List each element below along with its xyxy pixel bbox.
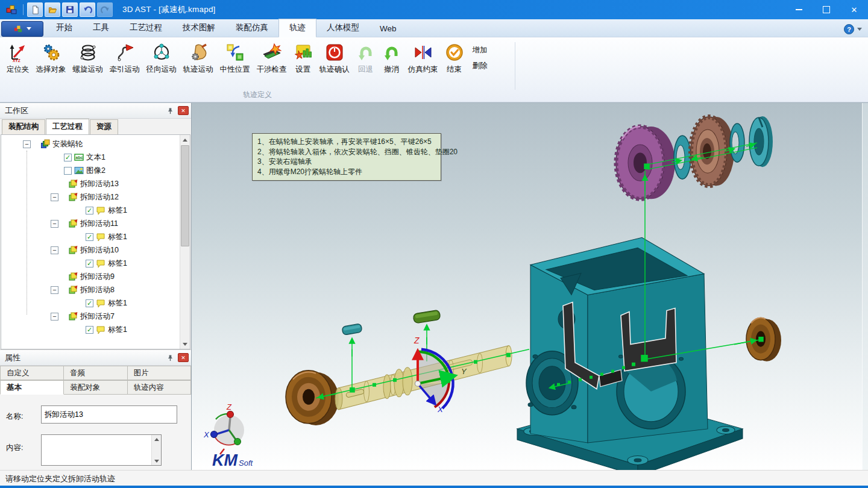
tree-checkbox[interactable]: [86, 299, 93, 307]
tree-item[interactable]: 拆卸活动8: [1, 283, 190, 296]
tab-basic[interactable]: 基本: [0, 380, 64, 395]
tree-item[interactable]: abc 文本1: [1, 151, 190, 164]
locate-clamp-button[interactable]: +XYZ 定位夹: [4, 42, 33, 76]
tree-checkbox[interactable]: [86, 326, 93, 334]
scroll-up-icon[interactable]: [180, 135, 190, 145]
tree-expander[interactable]: [23, 140, 31, 148]
new-file-button[interactable]: [27, 2, 43, 17]
name-field[interactable]: [41, 405, 177, 424]
tab-trajectory[interactable]: 轨迹: [278, 19, 316, 37]
tree-item[interactable]: 图像2: [1, 164, 190, 177]
tree-item[interactable]: 拆卸活动11: [1, 217, 190, 230]
tab-trajectory-content[interactable]: 轨迹内容: [128, 380, 191, 395]
bearing-right[interactable]: [746, 318, 781, 361]
bevel-gear[interactable]: [691, 117, 734, 186]
bearing-left[interactable]: [286, 371, 339, 425]
tab-process-tree[interactable]: 工艺过程: [46, 119, 89, 134]
minimize-button[interactable]: [785, 0, 813, 19]
neutral-position-button[interactable]: 中性位置: [217, 42, 253, 76]
tree-item[interactable]: 标签1: [1, 323, 190, 336]
radial-motion-button[interactable]: 径向运动: [143, 42, 180, 76]
content-field[interactable]: [41, 434, 162, 466]
pin-icon[interactable]: [165, 106, 175, 116]
close-button[interactable]: [840, 0, 868, 19]
tab-assembly-sim[interactable]: 装配仿真: [225, 19, 278, 37]
worm-gear[interactable]: [616, 127, 675, 199]
add-button[interactable]: 增加: [473, 45, 488, 55]
tree-item[interactable]: 拆卸活动13: [1, 177, 190, 190]
viewport-3d[interactable]: Z X Y Z X KM Soft: [192, 103, 868, 470]
tree-item[interactable]: 拆卸活动10: [1, 243, 190, 257]
neutral-position-icon: [225, 43, 245, 62]
tab-human-model[interactable]: 人体模型: [316, 19, 370, 37]
save-button[interactable]: [62, 2, 78, 17]
app-logo-icon: [4, 2, 19, 17]
tree-expander[interactable]: [51, 193, 58, 201]
undo-motion-button[interactable]: 撤消: [379, 42, 404, 76]
select-object-button[interactable]: 选择对象: [33, 42, 69, 76]
tree-item[interactable]: 拆卸活动7: [1, 310, 190, 323]
tree-expander[interactable]: [51, 313, 58, 321]
trajectory-motion-button[interactable]: 轨迹运动: [180, 42, 216, 76]
tree-item[interactable]: 标签1: [1, 257, 190, 270]
tab-picture[interactable]: 图片: [128, 366, 191, 380]
simulation-constraint-button[interactable]: 仿真约束: [405, 42, 441, 76]
help-icon[interactable]: [844, 24, 854, 34]
tab-process[interactable]: 工艺过程: [119, 19, 172, 37]
tab-start[interactable]: 开始: [46, 19, 83, 37]
scroll-down-icon[interactable]: [152, 457, 161, 465]
tab-assembly-object[interactable]: 装配对象: [64, 380, 127, 395]
ribbon-group-label: 轨迹定义: [0, 90, 515, 100]
finish-button[interactable]: 结束: [442, 42, 467, 76]
maximize-button[interactable]: [813, 0, 840, 19]
rollback-button[interactable]: 回退: [353, 42, 379, 76]
tree-checkbox[interactable]: [86, 260, 93, 267]
tree-item[interactable]: 拆卸活动9: [1, 270, 190, 283]
tree-item[interactable]: 拆卸活动12: [1, 190, 190, 204]
tab-tech-diagram[interactable]: 技术图解: [172, 19, 225, 37]
tree-item[interactable]: 标签1: [1, 204, 190, 217]
gearbox-housing[interactable]: [517, 237, 743, 470]
redo-button[interactable]: [97, 2, 113, 17]
key-teal[interactable]: [342, 324, 362, 335]
scrollbar-thumb[interactable]: [181, 145, 189, 246]
textarea-scrollbar[interactable]: [151, 435, 161, 465]
path-flag-icon: [115, 43, 134, 62]
washer-2[interactable]: [730, 124, 744, 162]
tree-checkbox[interactable]: [86, 233, 93, 241]
scroll-up-icon[interactable]: [152, 435, 161, 443]
tab-resources[interactable]: 资源: [90, 119, 118, 134]
tree-expander[interactable]: [51, 246, 58, 254]
tree-expander[interactable]: [51, 286, 58, 294]
pin-icon[interactable]: [165, 353, 175, 363]
tree-expander[interactable]: [51, 220, 58, 228]
tree-item[interactable]: 标签1: [1, 230, 190, 243]
spiral-motion-button[interactable]: 螺旋运动: [70, 42, 106, 76]
tab-web[interactable]: Web: [370, 21, 407, 37]
undo-button[interactable]: [80, 2, 95, 17]
tree-checkbox[interactable]: [64, 167, 72, 175]
open-file-button[interactable]: [45, 2, 60, 17]
tree-scrollbar[interactable]: [180, 135, 190, 349]
tab-tools[interactable]: 工具: [83, 19, 119, 37]
key-green[interactable]: [413, 310, 441, 324]
settings-button[interactable]: 设置: [291, 42, 316, 76]
close-panel-button[interactable]: [178, 106, 189, 115]
drag-motion-button[interactable]: 牵引运动: [107, 42, 143, 76]
trajectory-confirm-button[interactable]: 轨迹确认: [316, 42, 353, 76]
tree-checkbox[interactable]: [86, 207, 93, 214]
tab-custom[interactable]: 自定义: [0, 366, 64, 380]
delete-button[interactable]: 删除: [473, 61, 488, 71]
tab-audio[interactable]: 音频: [64, 366, 127, 380]
tree-checkbox[interactable]: [64, 154, 72, 161]
close-panel-button[interactable]: [178, 353, 189, 362]
chevron-down-icon[interactable]: [857, 28, 862, 31]
lock-nut[interactable]: [749, 116, 773, 167]
tree-item[interactable]: 安装蜗轮: [1, 137, 190, 151]
application-menu-button[interactable]: [1, 21, 43, 37]
interference-check-button[interactable]: 干涉检查: [254, 42, 290, 76]
tab-assembly-structure[interactable]: 装配结构: [2, 119, 45, 134]
process-note[interactable]: 1、在蜗轮轴上安装轴承，再安装平键16×5、平键26×5 2、将蜗轮轴装入箱体，…: [252, 133, 441, 181]
tree-item[interactable]: 标签1: [1, 296, 190, 310]
scroll-down-icon[interactable]: [180, 339, 190, 349]
